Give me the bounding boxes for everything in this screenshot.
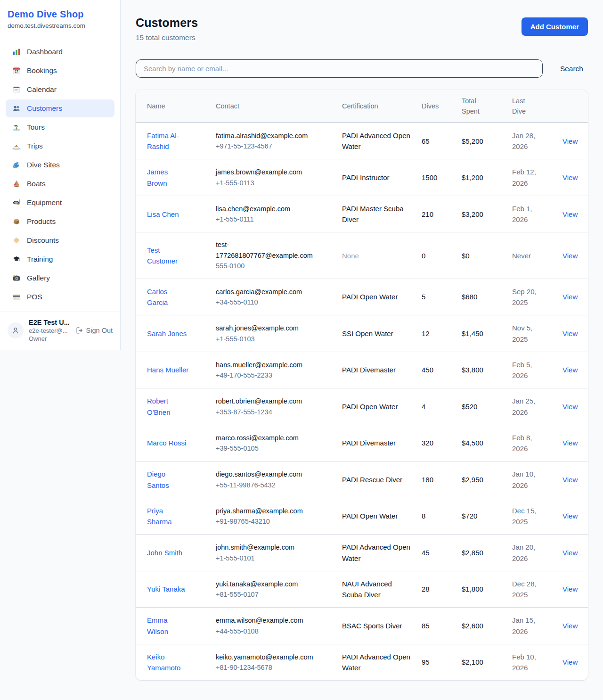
sidebar-item-discounts[interactable]: Discounts: [6, 231, 114, 249]
sidebar-item-gallery[interactable]: Gallery: [6, 269, 114, 287]
add-customer-button[interactable]: Add Customer: [522, 17, 588, 36]
customer-total-spent: $520: [462, 388, 512, 425]
sidebar-item-products[interactable]: Products: [6, 213, 114, 231]
search-input[interactable]: [136, 59, 543, 78]
sidebar-item-label: Trips: [27, 142, 43, 150]
people-icon: [12, 104, 21, 113]
table-row: Diego Santos diego.santos@example.com +5…: [136, 461, 588, 498]
sidebar-item-label: Tours: [27, 123, 45, 132]
sidebar-item-pos[interactable]: POS: [6, 288, 114, 306]
customer-name-link[interactable]: Fatima Al-Rashid: [147, 130, 189, 152]
customer-phone: +34-555-0110: [216, 297, 315, 307]
user-name: E2E Test U...: [29, 319, 71, 326]
customer-phone: +81-555-0107: [216, 589, 315, 600]
view-link[interactable]: View: [562, 512, 578, 520]
tag-icon: [12, 236, 21, 245]
view-link[interactable]: View: [562, 622, 578, 630]
customer-certification: BSAC Sports Diver: [342, 608, 422, 644]
customer-dives: 4: [422, 388, 462, 425]
user-email: e2e-tester@...: [29, 327, 71, 334]
view-link[interactable]: View: [562, 585, 578, 593]
user-meta: E2E Test U... e2e-tester@... Owner: [29, 319, 71, 342]
sidebar-item-customers[interactable]: Customers: [6, 99, 114, 117]
sidebar-item-calendar[interactable]: Calendar: [6, 81, 114, 99]
customer-name-link[interactable]: Priya Sharma: [147, 505, 189, 527]
customer-name-link[interactable]: Diego Santos: [147, 469, 189, 491]
customer-name-link[interactable]: Lisa Chen: [147, 209, 179, 220]
speedboat-icon: [12, 142, 21, 150]
sidebar-item-equipment[interactable]: Equipment: [6, 194, 114, 212]
customer-last-dive: Feb 1, 2026: [512, 196, 562, 232]
sidebar-item-label: Training: [27, 255, 53, 264]
view-link[interactable]: View: [562, 252, 578, 260]
calendar-date-icon: 17: [12, 66, 21, 75]
camera-icon: [12, 274, 21, 282]
sidebar-item-boats[interactable]: Boats: [6, 175, 114, 193]
brand-block: Demo Dive Shop demo.test.divestreams.com: [0, 0, 120, 37]
column-header-dives: Dives: [422, 90, 462, 123]
customer-dives: 45: [422, 535, 462, 571]
sidebar-item-trips[interactable]: Trips: [6, 137, 114, 155]
view-link[interactable]: View: [562, 173, 578, 181]
customer-name-link[interactable]: Sarah Jones: [147, 328, 187, 339]
table-row: Sarah Jones sarah.jones@example.com +1-5…: [136, 315, 588, 352]
sailboat-icon: [12, 180, 21, 188]
table-row: Robert O'Brien robert.obrien@example.com…: [136, 388, 588, 425]
sidebar-item-training[interactable]: Training: [6, 250, 114, 268]
customer-name-link[interactable]: Keiko Yamamoto: [147, 651, 189, 674]
customer-dives: 85: [422, 608, 462, 644]
main-content: Customers 15 total customers Add Custome…: [121, 0, 603, 692]
brand-name[interactable]: Demo Dive Shop: [8, 9, 113, 20]
customer-name-link[interactable]: Test Customer: [147, 245, 189, 267]
credit-card-icon: [12, 293, 21, 301]
view-link[interactable]: View: [562, 549, 578, 557]
customer-phone: +49-170-555-2233: [216, 370, 315, 380]
customer-name-link[interactable]: James Brown: [147, 166, 189, 189]
customer-dives: 95: [422, 644, 462, 680]
customer-name-link[interactable]: Carlos Garcia: [147, 286, 189, 308]
customer-email: marco.rossi@example.com: [216, 433, 315, 443]
customer-total-spent: $5,200: [462, 123, 512, 159]
view-link[interactable]: View: [562, 476, 578, 484]
sidebar-item-tours[interactable]: Tours: [6, 118, 114, 136]
package-icon: [12, 217, 21, 226]
view-link[interactable]: View: [562, 210, 578, 218]
customer-dives: 0: [422, 232, 462, 279]
customer-email: sarah.jones@example.com: [216, 323, 315, 333]
customer-email: keiko.yamamoto@example.com: [216, 652, 315, 662]
sidebar-item-bookings[interactable]: 17 Bookings: [6, 62, 114, 80]
customer-phone: +1-555-0111: [216, 214, 315, 224]
sidebar-item-dive-sites[interactable]: Dive Sites: [6, 156, 114, 174]
view-link[interactable]: View: [562, 658, 578, 666]
table-row: Carlos Garcia carlos.garcia@example.com …: [136, 279, 588, 315]
sidebar-item-label: Bookings: [27, 66, 57, 75]
customer-total-spent: $3,800: [462, 352, 512, 388]
customer-email: emma.wilson@example.com: [216, 615, 315, 626]
table-row: Fatima Al-Rashid fatima.alrashid@example…: [136, 123, 588, 159]
customer-name-link[interactable]: John Smith: [147, 547, 182, 558]
search-button[interactable]: Search: [555, 62, 588, 76]
customer-last-dive: Sep 20, 2025: [512, 279, 562, 315]
table-row: Lisa Chen lisa.chen@example.com +1-555-0…: [136, 196, 588, 232]
customer-name-link[interactable]: Hans Mueller: [147, 364, 188, 375]
customer-last-dive: Never: [512, 232, 562, 279]
customer-name-link[interactable]: Marco Rossi: [147, 437, 186, 448]
customer-last-dive: Jan 15, 2026: [512, 608, 562, 644]
view-link[interactable]: View: [562, 137, 578, 145]
sign-out-button[interactable]: Sign Out: [76, 327, 113, 334]
graduation-cap-icon: [12, 255, 21, 264]
sidebar-item-label: Dashboard: [27, 48, 63, 56]
view-link[interactable]: View: [562, 329, 578, 338]
sidebar-item-dashboard[interactable]: Dashboard: [6, 43, 114, 61]
view-link[interactable]: View: [562, 366, 578, 374]
view-link[interactable]: View: [562, 439, 578, 447]
customer-email: james.brown@example.com: [216, 167, 315, 177]
customer-name-link[interactable]: Yuki Tanaka: [147, 584, 185, 594]
dive-mask-icon: [12, 198, 21, 207]
avatar: [8, 322, 24, 338]
customer-name-link[interactable]: Emma Wilson: [147, 615, 189, 637]
view-link[interactable]: View: [562, 403, 578, 411]
table-row: Test Customer test-1772681807767@example…: [136, 232, 588, 279]
customer-name-link[interactable]: Robert O'Brien: [147, 395, 189, 418]
view-link[interactable]: View: [562, 293, 578, 301]
